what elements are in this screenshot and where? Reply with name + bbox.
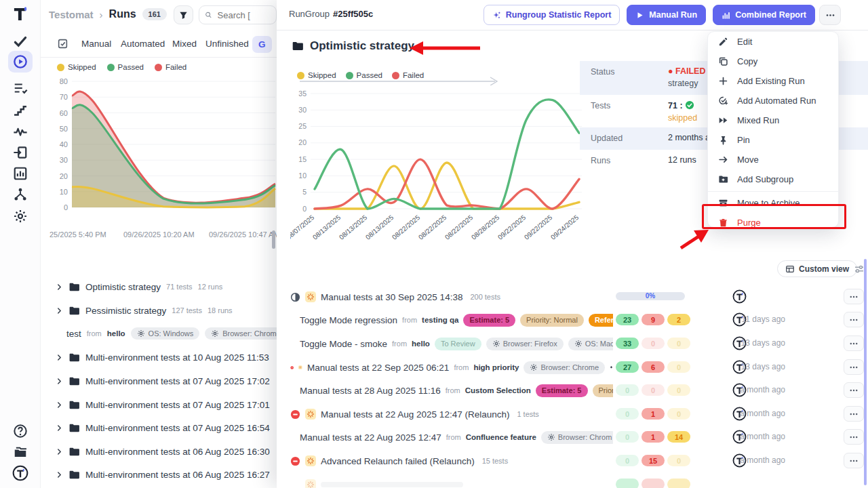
tree-item-group[interactable]: Multi-environment tests at 07 Aug 2025 1… xyxy=(56,373,277,389)
menu-item-pin[interactable]: Pin xyxy=(708,130,838,150)
sidebar-folders-icon[interactable] xyxy=(13,445,28,460)
run-date: a month ago xyxy=(711,432,785,441)
combined-report-button[interactable]: Combined Report xyxy=(713,5,815,25)
run-menu-button[interactable] xyxy=(844,453,864,468)
tree-run-name[interactable]: test xyxy=(66,329,81,339)
run-progress-bar: 0% xyxy=(616,292,685,300)
tree-item-group[interactable]: Multi-environment tests at 06 Aug 2025 1… xyxy=(56,466,277,483)
left-panel-scrollbar[interactable] xyxy=(272,230,275,249)
menu-item-move[interactable]: Move xyxy=(708,150,838,169)
tree-group-name[interactable]: Multi-environment tests at 07 Aug 2025 1… xyxy=(85,423,270,433)
assignee-avatar[interactable] xyxy=(732,289,747,304)
menu-item-edit[interactable]: Edit xyxy=(708,32,838,52)
search-box[interactable] xyxy=(199,5,277,24)
tree-item-group[interactable]: Pessimistic strategy127 tests18 runs xyxy=(56,302,277,319)
manual-run-button[interactable]: Manual Run xyxy=(627,5,706,25)
tab-unfinished[interactable]: Unfinished xyxy=(205,39,249,49)
run-row[interactable]: Manual tests at 22 Aug 2025 12:47fromCon… xyxy=(290,426,865,448)
dots-icon xyxy=(849,386,859,395)
menu-item-add-existing-run[interactable]: Add Existing Run xyxy=(708,71,838,91)
sidebar-chart-box-icon[interactable] xyxy=(13,166,28,181)
sidebar-list-check-icon[interactable] xyxy=(13,81,28,96)
menu-item-purge[interactable]: Purge xyxy=(708,213,838,232)
main-line-chart: 0510152025303508/07/202508/13/202508/13/… xyxy=(290,84,587,245)
sidebar-check-icon[interactable] xyxy=(13,34,28,49)
menu-item-copy[interactable]: Copy xyxy=(708,52,838,71)
run-menu-button[interactable] xyxy=(844,406,864,422)
clear-search-icon[interactable] xyxy=(264,10,271,20)
run-menu-button[interactable] xyxy=(844,429,864,445)
tree-group-name[interactable]: Multi-environment tests at 10 Aug 2025 1… xyxy=(85,352,269,363)
testomat-logo-icon[interactable] xyxy=(12,5,29,23)
tab-mixed[interactable]: Mixed xyxy=(172,39,197,49)
run-menu-button[interactable] xyxy=(844,336,864,351)
menu-item-add-subgroup[interactable]: Add Subgroup xyxy=(708,169,838,189)
tree-group-name[interactable]: Multi-environment tests at 06 Aug 2025 1… xyxy=(85,470,270,480)
run-name[interactable]: Manual tests at 22 Sep 2025 06:21 xyxy=(307,363,449,373)
sidebar-branch-icon[interactable] xyxy=(13,187,28,202)
sidebar-play-circle-icon[interactable] xyxy=(8,51,33,73)
tree-group-name[interactable]: Multi-environment tests at 06 Aug 2025 1… xyxy=(85,447,270,457)
filter-button[interactable] xyxy=(174,5,193,24)
tab-automated[interactable]: Automated xyxy=(121,39,165,49)
minus-circle-icon xyxy=(290,363,294,373)
run-menu-button[interactable] xyxy=(844,312,864,327)
run-row[interactable]: Manual tests at 22 Sep 2025 06:21fromhig… xyxy=(290,357,865,378)
run-name[interactable]: Toggle Mode - smoke xyxy=(300,339,387,349)
run-row-partial[interactable] xyxy=(290,474,865,488)
menu-item-move-to-archive[interactable]: Move to Archive xyxy=(708,193,838,213)
close-panel-icon[interactable] xyxy=(849,9,860,20)
menu-item-mixed-run[interactable]: Mixed Run xyxy=(708,110,838,130)
run-from-label: from xyxy=(446,433,461,441)
run-menu-button[interactable] xyxy=(844,359,864,375)
tree-item-group[interactable]: Multi-environment tests at 07 Aug 2025 1… xyxy=(56,420,277,436)
tree-item-group[interactable]: Multi-environment tests at 06 Aug 2025 1… xyxy=(56,443,277,460)
folder-icon xyxy=(292,40,304,52)
tree-item-run[interactable]: testfromhelloOS: WindowsBrowser: Chrome xyxy=(56,325,277,342)
rungroup-statistic-report-button[interactable]: Rungroup Statistic Report xyxy=(484,5,620,25)
sidebar-import-icon[interactable] xyxy=(13,145,28,160)
run-row[interactable]: Toggle Mode - smokefromhelloTo ReviewBro… xyxy=(290,333,865,354)
panel-scrollbar[interactable] xyxy=(864,259,867,485)
run-menu-button[interactable] xyxy=(844,382,864,398)
sidebar-tlogo-icon[interactable] xyxy=(12,465,28,481)
run-row[interactable]: Manual tests at 30 Sep 2025 14:38200 tes… xyxy=(290,286,865,308)
multi-select-icon[interactable] xyxy=(57,38,68,49)
run-name[interactable]: Manual tests at 28 Aug 2025 11:16 xyxy=(300,386,441,396)
sidebar-question-icon[interactable] xyxy=(13,424,28,439)
play-icon xyxy=(635,11,644,20)
tree-item-group[interactable]: Multi-environment tests at 07 Aug 2025 1… xyxy=(56,396,277,413)
runs-count-badge: 161 xyxy=(142,8,167,20)
tree-group-name[interactable]: Multi-environment tests at 07 Aug 2025 1… xyxy=(85,376,270,386)
run-name[interactable]: Manual tests at 22 Aug 2025 12:47 xyxy=(300,432,441,443)
tree-item-group[interactable]: Optimistic strategy71 tests12 runs xyxy=(56,279,277,295)
dots-icon xyxy=(849,363,859,372)
run-row[interactable]: Manual tests at 28 Aug 2025 11:16fromCus… xyxy=(290,380,865,401)
run-date: 13 days ago xyxy=(711,362,785,371)
tree-group-name[interactable]: Multi-environment tests at 07 Aug 2025 1… xyxy=(85,400,270,410)
search-input[interactable] xyxy=(216,9,260,21)
custom-view-button[interactable]: Custom view xyxy=(777,260,857,277)
more-actions-button[interactable] xyxy=(819,5,841,25)
run-name[interactable]: Advanced Relaunch failed (Relaunch) xyxy=(321,456,475,466)
run-row[interactable]: Toggle Mode regressionfromtesting qaEsti… xyxy=(290,309,865,331)
sidebar-pulse-icon[interactable] xyxy=(13,124,28,139)
sidebar-steps-icon[interactable] xyxy=(13,102,28,117)
dots-icon xyxy=(849,432,859,442)
tab-g[interactable]: G xyxy=(252,36,272,53)
run-badge: Browser: Chrome xyxy=(524,361,605,374)
run-name[interactable]: Toggle Mode regression xyxy=(300,315,397,325)
tree-item-group[interactable]: Multi-environment tests at 10 Aug 2025 1… xyxy=(56,349,277,365)
run-name[interactable]: Manual tests at 22 Aug 2025 12:47 (Relau… xyxy=(321,409,509,420)
tree-group-name[interactable]: Pessimistic strategy xyxy=(85,306,166,316)
sidebar-gear-icon[interactable] xyxy=(13,209,28,224)
run-name[interactable]: Manual tests at 30 Sep 2025 14:38 xyxy=(321,292,462,302)
run-row[interactable]: Manual tests at 22 Aug 2025 12:47 (Relau… xyxy=(290,403,865,425)
tree-group-name[interactable]: Optimistic strategy xyxy=(85,282,161,292)
breadcrumb-parent[interactable]: Testomat xyxy=(49,9,94,20)
tab-manual[interactable]: Manual xyxy=(81,39,111,49)
run-menu-button[interactable] xyxy=(844,289,864,304)
run-row[interactable]: Advanced Relaunch failed (Relaunch)15 te… xyxy=(290,450,865,472)
menu-item-add-automated-run[interactable]: Add Automated Run xyxy=(708,91,838,110)
sliders-icon[interactable] xyxy=(854,264,865,274)
